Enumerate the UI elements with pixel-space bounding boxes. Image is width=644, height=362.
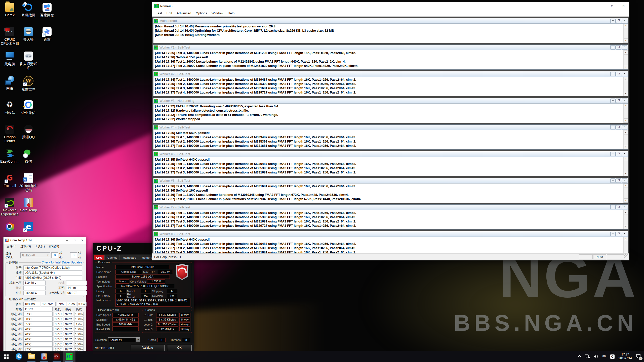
tab[interactable]: Caches bbox=[105, 255, 120, 260]
clock[interactable]: 17:37 2019/7/14 bbox=[619, 353, 632, 360]
scroll-up-icon[interactable]: ▲ bbox=[624, 237, 628, 241]
tab[interactable]: Mainboard bbox=[120, 255, 139, 260]
menu-item[interactable]: 选项(O) bbox=[18, 244, 33, 249]
child-restore-button[interactable]: ❐ bbox=[616, 19, 621, 23]
desktop-icon[interactable]: Core Temp bbox=[19, 197, 38, 221]
desktop-icon[interactable]: 暴雪战网 bbox=[19, 2, 38, 26]
child-restore-button[interactable]: ❐ bbox=[616, 99, 621, 103]
child-restore-button[interactable]: ❐ bbox=[616, 125, 621, 129]
child-restore-button[interactable]: ❐ bbox=[616, 72, 621, 76]
driver-update-link[interactable]: Check for Intel Driver Updates bbox=[41, 261, 83, 264]
child-restore-button[interactable]: ❐ bbox=[616, 205, 621, 209]
mdi-child-titlebar[interactable]: Worker #5 - Self-Test ─ ❐ ✕ bbox=[153, 151, 628, 157]
scroll-up-icon[interactable]: ▲ bbox=[624, 157, 628, 161]
child-minimize-button[interactable]: ─ bbox=[610, 232, 616, 236]
child-close-button[interactable]: ✕ bbox=[622, 45, 627, 50]
scroll-down-icon[interactable]: ▼ bbox=[624, 65, 628, 69]
child-restore-button[interactable]: ❐ bbox=[616, 232, 621, 236]
close-button[interactable]: ✕ bbox=[78, 239, 86, 242]
child-minimize-button[interactable]: ─ bbox=[610, 178, 616, 183]
child-close-button[interactable]: ✕ bbox=[622, 232, 627, 236]
taskbar-prime95-button[interactable] bbox=[63, 351, 75, 362]
network-icon[interactable] bbox=[585, 354, 590, 358]
child-minimize-button[interactable]: ─ bbox=[610, 99, 616, 103]
mdi-child-titlebar[interactable]: Worker #2 - Self-Test ─ ❐ ✕ bbox=[153, 71, 628, 77]
scroll-up-icon[interactable]: ▲ bbox=[624, 184, 628, 188]
validate-button[interactable]: Validate bbox=[131, 345, 165, 351]
desktop-icon[interactable]: GeForce Experience bbox=[1, 197, 19, 221]
scroll-down-icon[interactable]: ▼ bbox=[624, 145, 628, 149]
taskbar-coretemp-button[interactable] bbox=[38, 351, 50, 362]
cpu-selector[interactable]: 处理器 #0▼ bbox=[20, 252, 50, 258]
desktop-icon[interactable]: 微信 bbox=[19, 148, 38, 172]
desktop-icon[interactable]: 回收站 bbox=[1, 99, 19, 123]
tray-app-icon[interactable]: Q bbox=[610, 354, 615, 359]
taskbar-explorer-button[interactable] bbox=[25, 351, 38, 362]
child-close-button[interactable]: ✕ bbox=[622, 72, 627, 76]
menu-item[interactable]: 帮助(H) bbox=[47, 244, 61, 249]
coretemp-titlebar[interactable]: Core Temp 1.14 ─ □ ✕ bbox=[4, 237, 86, 244]
child-minimize-button[interactable]: ─ bbox=[610, 205, 616, 209]
desktop-icon[interactable]: 腾讯QQ bbox=[19, 123, 38, 148]
resize-grip[interactable] bbox=[624, 254, 628, 259]
mdi-child-titlebar[interactable]: Worker #4 - Self-Test ─ ❐ ✕ bbox=[153, 125, 628, 130]
taskbar-edge-button[interactable] bbox=[13, 351, 25, 362]
desktop-icon[interactable]: Dragon Center bbox=[1, 123, 19, 148]
child-restore-button[interactable]: ❐ bbox=[616, 45, 621, 50]
desktop-icon[interactable]: EasyConn... bbox=[1, 148, 19, 172]
scrollbar[interactable]: ▲ ▼ bbox=[623, 77, 628, 96]
tab[interactable]: CPU bbox=[94, 255, 105, 260]
mdi-child-titlebar[interactable]: Main thread ─ ❐ ✕ bbox=[153, 18, 628, 24]
scrollbar[interactable]: ▲ ▼ bbox=[623, 184, 628, 203]
scroll-down-icon[interactable]: ▼ bbox=[624, 172, 628, 176]
child-restore-button[interactable]: ❐ bbox=[616, 178, 621, 183]
child-close-button[interactable]: ✕ bbox=[622, 178, 627, 183]
mdi-child-titlebar[interactable]: Worker #7 - Self-Test ─ ❐ ✕ bbox=[153, 205, 628, 210]
scroll-down-icon[interactable]: ▼ bbox=[624, 118, 628, 123]
ime-indicator[interactable]: 中 bbox=[602, 354, 606, 359]
scroll-up-icon[interactable]: ▲ bbox=[624, 104, 628, 108]
menu-item[interactable]: 文件(F) bbox=[5, 244, 18, 249]
child-minimize-button[interactable]: ─ bbox=[610, 72, 616, 76]
action-center-button[interactable]: 1 bbox=[636, 354, 641, 359]
child-close-button[interactable]: ✕ bbox=[622, 99, 627, 103]
scroll-down-icon[interactable]: ▼ bbox=[624, 38, 628, 43]
desktop-icon[interactable]: 鲁大师游戏 库 bbox=[19, 50, 38, 75]
scrollbar[interactable]: ▲ ▼ bbox=[623, 210, 628, 229]
mdi-child-titlebar[interactable]: Worker #3 - Not running ─ ❐ ✕ bbox=[153, 98, 628, 104]
maximize-button[interactable]: □ bbox=[607, 2, 618, 10]
ok-button[interactable]: OK bbox=[167, 345, 192, 351]
scroll-up-icon[interactable]: ▲ bbox=[624, 130, 628, 134]
scrollbar[interactable]: ▲ ▼ bbox=[623, 237, 628, 253]
child-close-button[interactable]: ✕ bbox=[622, 125, 627, 129]
desktop-icon[interactable]: 网络 bbox=[1, 75, 19, 99]
menu-item[interactable]: Options bbox=[193, 11, 209, 15]
scroll-up-icon[interactable]: ▲ bbox=[624, 77, 628, 81]
menu-item[interactable]: Edit bbox=[164, 11, 174, 15]
desktop-icon[interactable]: 鲁大师 bbox=[19, 26, 38, 50]
scroll-down-icon[interactable]: ▼ bbox=[624, 225, 628, 229]
child-minimize-button[interactable]: ─ bbox=[610, 125, 616, 129]
mdi-child-titlebar[interactable]: Worker #8 - Self-Test ─ ❐ ✕ bbox=[153, 231, 628, 237]
child-minimize-button[interactable]: ─ bbox=[610, 19, 616, 23]
child-close-button[interactable]: ✕ bbox=[622, 19, 627, 23]
menu-item[interactable]: Advanced bbox=[174, 11, 193, 15]
scroll-up-icon[interactable]: ▲ bbox=[624, 24, 628, 28]
mdi-child-titlebar[interactable]: Worker #1 - Self-Test ─ ❐ ✕ bbox=[153, 45, 628, 50]
scroll-down-icon[interactable]: ▼ bbox=[624, 92, 628, 96]
desktop-icon[interactable]: 2019年年中 总结 bbox=[19, 172, 38, 197]
child-close-button[interactable]: ✕ bbox=[622, 205, 627, 209]
child-restore-button[interactable]: ❐ bbox=[616, 152, 621, 156]
scrollbar[interactable]: ▲ ▼ bbox=[623, 24, 628, 43]
start-button[interactable] bbox=[0, 351, 13, 362]
socket-selector[interactable]: Socket #1▼ bbox=[108, 337, 140, 342]
menu-item[interactable]: Help bbox=[225, 11, 237, 15]
desktop-icon[interactable]: Foxmail bbox=[1, 172, 19, 197]
menu-item[interactable]: 工具(T) bbox=[33, 244, 47, 249]
scroll-down-icon[interactable]: ▼ bbox=[624, 252, 628, 253]
desktop-icon[interactable]: 企业微信 bbox=[19, 99, 38, 123]
desktop-icon[interactable]: 百度网盘 bbox=[38, 2, 56, 26]
scroll-up-icon[interactable]: ▲ bbox=[624, 50, 628, 55]
scrollbar[interactable]: ▲ ▼ bbox=[623, 50, 628, 69]
volume-icon[interactable] bbox=[594, 354, 598, 358]
